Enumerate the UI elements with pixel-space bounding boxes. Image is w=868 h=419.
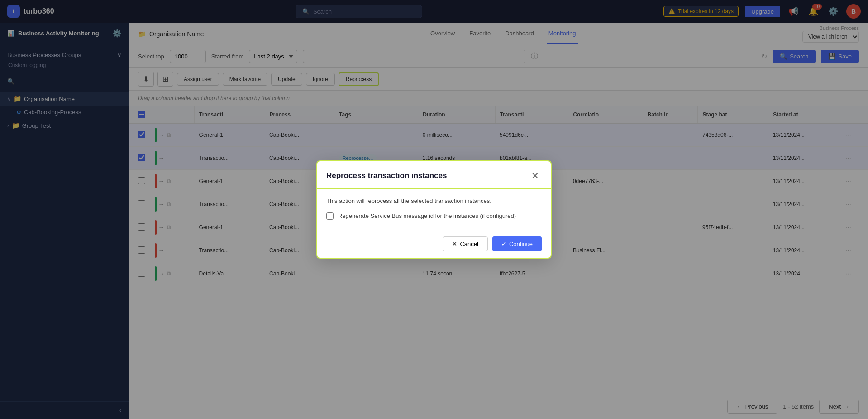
modal-checkbox-row: Regenerate Service Bus message id for th… [326, 212, 542, 221]
cancel-button[interactable]: ✕ Cancel [443, 236, 487, 251]
modal-header: Reprocess transaction instances ✕ [316, 160, 552, 189]
modal-description: This action will reprocess all the selec… [326, 197, 542, 204]
modal-checkbox-label: Regenerate Service Bus message id for th… [338, 212, 516, 221]
modal-overlay[interactable]: Reprocess transaction instances ✕ This a… [0, 0, 868, 419]
continue-button[interactable]: ✓ Continue [492, 236, 542, 251]
modal-title: Reprocess transaction instances [326, 171, 447, 180]
reprocess-modal: Reprocess transaction instances ✕ This a… [316, 160, 552, 259]
modal-close-button[interactable]: ✕ [529, 169, 542, 182]
modal-body: This action will reprocess all the selec… [317, 188, 551, 230]
modal-footer: ✕ Cancel ✓ Continue [317, 230, 551, 258]
checkmark-icon: ✓ [501, 241, 506, 247]
cancel-icon: ✕ [452, 241, 457, 247]
regenerate-checkbox[interactable] [326, 212, 334, 220]
